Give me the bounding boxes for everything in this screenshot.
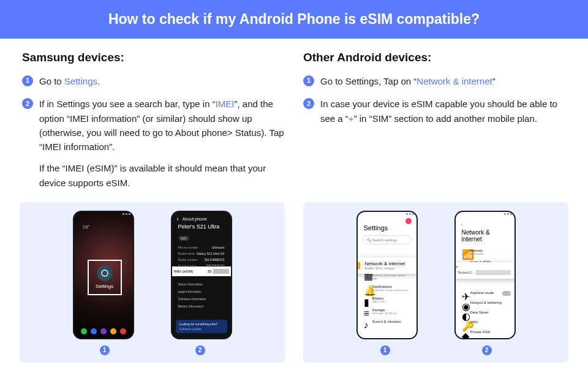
content-columns: Samsung devices: 1 Go to Settings. 2 If … (0, 39, 588, 198)
samsung-phone-homescreen: 18° Settings (73, 211, 134, 339)
imei-mask (213, 269, 229, 274)
samsung-step-1: 1 Go to Settings. (22, 74, 285, 88)
text: If in Settings you see a search bar, typ… (39, 99, 216, 109)
kv-val: SM-G998B/DS (204, 258, 224, 262)
samsung-column: Samsung devices: 1 Go to Settings. 2 If … (22, 51, 285, 198)
step-number-icon: 1 (22, 75, 33, 86)
footer-card: Looking for something else? Software upd… (176, 320, 227, 333)
text: Go to (39, 76, 64, 86)
wifi-icon: 📶 (462, 249, 467, 254)
samsung-heading: Samsung devices: (22, 51, 285, 64)
imei-esim-strip: IMEI (eSIM) 35 (171, 266, 232, 277)
back-icon: ‹ (177, 216, 179, 222)
list-item: Software information (172, 295, 231, 303)
wifi-icon: 📶 (356, 262, 360, 269)
kv-key: Model number (178, 258, 198, 262)
list-item: Battery information (172, 303, 231, 310)
plus-link[interactable]: + (349, 113, 354, 124)
settings-link[interactable]: Settings (64, 76, 97, 86)
avatar (405, 218, 412, 224)
step-number-icon: 2 (303, 98, 314, 109)
kv-val: Galaxy S21 Ultra 5G (197, 252, 225, 255)
samsung-mock-panel: 18° Settings ‹ About phone Peter's S21 U… (20, 202, 285, 363)
mockup-row: 18° Settings ‹ About phone Peter's S21 U… (0, 202, 588, 363)
samsung-badges: 1 2 (100, 345, 205, 355)
weather-widget: 18° (83, 224, 90, 230)
dock (74, 328, 133, 334)
toggle-icon (502, 291, 511, 296)
list-item: ✈Airplane mode (456, 288, 514, 298)
network-internet-link[interactable]: Network & internet (417, 76, 492, 86)
sound-icon: ♪ (364, 320, 369, 325)
vpn-icon: 🔑 (462, 320, 467, 325)
kv-key: Phone number (178, 246, 198, 249)
gear-label: Settings (96, 284, 113, 289)
badge-icon: 1 (380, 345, 390, 355)
step-number-icon: 1 (303, 75, 314, 86)
list-item: 📶InternetAnthonyWifi (456, 246, 514, 258)
device-name: Peter's S21 Ultra (172, 224, 231, 231)
step-number-icon: 2 (22, 98, 33, 109)
imei-label: IMEI (eSIM) (174, 270, 194, 273)
other-badges: 1 2 (380, 345, 492, 355)
battery-icon: ▮ (364, 296, 369, 301)
carrier-name: RedteaGO (458, 271, 473, 274)
kv-val: Unknown (212, 246, 225, 249)
sims-label: SIMs (454, 265, 516, 268)
other-mock-panel: Settings 🔍 Search settings ▦AppsAssistan… (303, 202, 568, 363)
settings-highlight: Settings (88, 260, 122, 295)
samsung-step-2: 2 If in Settings you see a search bar, t… (22, 97, 285, 190)
list-item: Status information (172, 281, 231, 288)
datasaver-icon: ◐ (462, 311, 467, 315)
text: Go to Settings, Tap on “ (320, 76, 417, 86)
plane-icon: ✈ (462, 291, 467, 296)
banner-title: How to check if my Android Phone is eSIM… (108, 11, 480, 27)
other-steps: 1 Go to Settings, Tap on “Network & inte… (303, 74, 566, 126)
badge-icon: 1 (100, 345, 110, 355)
samsung-steps: 1 Go to Settings. 2 If in Settings you s… (22, 74, 285, 190)
other-heading: Other Android devices: (303, 51, 566, 64)
kv-key: Model name (178, 252, 195, 255)
list-item: 🔔NotificationsNotification history, conv… (358, 282, 417, 294)
badge-icon: 2 (482, 345, 492, 355)
imei-link[interactable]: IMEI (216, 99, 235, 109)
text: . (97, 76, 100, 86)
other-step-2: 2 In case your device is eSIM capable yo… (303, 97, 566, 126)
imei-prefix: 35 (208, 270, 212, 273)
sim-mask (476, 270, 510, 275)
edit-pill: Edit (178, 236, 190, 241)
bell-icon: 🔔 (364, 285, 369, 290)
other-column: Other Android devices: 1 Go to Settings,… (303, 51, 566, 198)
gear-icon (97, 265, 113, 281)
popout-title: Network & internet (365, 261, 405, 266)
footer-question: Looking for something else? (179, 322, 224, 326)
about-phone-header: About phone (183, 217, 207, 221)
dns-icon: ◆ (462, 330, 467, 335)
samsung-phone-about: ‹ About phone Peter's S21 Ultra Edit Pho… (171, 211, 232, 339)
popout-sub: Mobile, Wi-Fi, hotspot (365, 266, 405, 270)
text: ” in “SIM” section to add another mobile… (354, 113, 537, 124)
page-banner: How to check if my Android Phone is eSIM… (0, 0, 588, 39)
text: If the “IMEI (eSIM)” is available it sho… (39, 161, 285, 190)
info-list: Status information Legal information Sof… (172, 281, 231, 310)
text: ” (492, 76, 496, 86)
search-bar: 🔍 Search settings (363, 235, 412, 244)
other-phone-settings: Settings 🔍 Search settings ▦AppsAssistan… (356, 211, 418, 339)
network-internet-popout: 📶 Network & internet Mobile, Wi-Fi, hots… (356, 257, 418, 274)
plus-icon: + (514, 270, 516, 276)
badge-icon: 2 (195, 345, 205, 355)
footer-link: Software update (179, 327, 224, 331)
other-phone-network: ← Network & internet 📶InternetAnthonyWif… (454, 211, 516, 339)
search-placeholder: Search settings (372, 238, 397, 242)
sims-popout: SIMs RedteaGO + (454, 262, 516, 279)
storage-icon: ≡ (364, 308, 369, 313)
list-item: Legal information (172, 288, 231, 295)
other-step-1: 1 Go to Settings, Tap on “Network & inte… (303, 74, 566, 88)
network-internet-title: Network & internet (456, 228, 514, 246)
list-item: ♪Sound & vibration (358, 317, 417, 327)
back-icon: ← (461, 223, 464, 227)
